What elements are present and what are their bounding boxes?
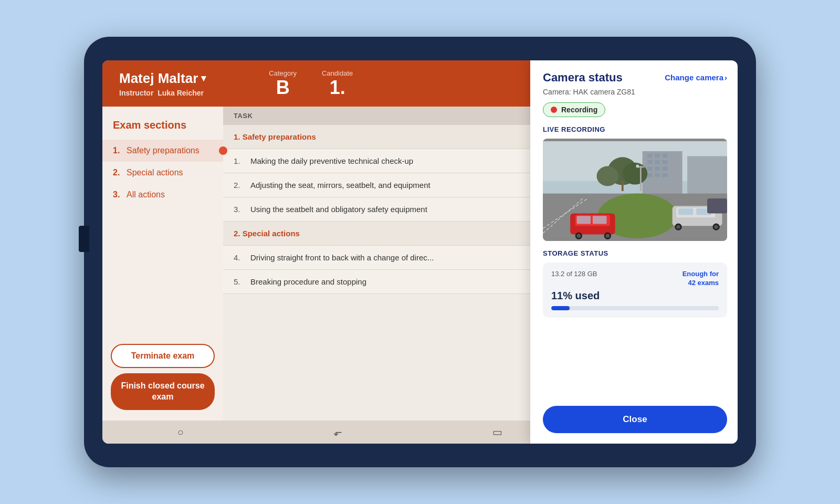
- storage-card: 13.2 of 128 GB Enough for42 exams 11% us…: [543, 262, 727, 318]
- svg-rect-37: [678, 208, 693, 215]
- header-user-info: Matej Maltar ▾ Instructor Luka Reicher: [119, 70, 206, 97]
- svg-rect-8: [663, 160, 667, 164]
- recording-dot-icon: [551, 107, 557, 113]
- task-num: 4.: [234, 253, 248, 262]
- task-text: Using the seatbelt and obligatory safety…: [250, 205, 427, 214]
- terminate-exam-button[interactable]: Terminate exam: [111, 344, 215, 368]
- storage-info-row: 13.2 of 128 GB Enough for42 exams: [551, 270, 719, 288]
- sidebar-item-num-2: 2.: [113, 168, 123, 177]
- sidebar-item-safety[interactable]: 1. Safety preparations: [102, 140, 223, 162]
- svg-point-42: [714, 225, 718, 229]
- svg-point-40: [676, 225, 680, 229]
- tablet-side-button[interactable]: [79, 226, 89, 252]
- svg-rect-3: [647, 154, 652, 158]
- nav-recent-icon[interactable]: ⬐: [333, 426, 342, 438]
- storage-bar-background: [551, 306, 719, 310]
- task-num: 2.: [234, 181, 248, 190]
- category-value: B: [276, 77, 290, 98]
- svg-rect-29: [577, 216, 591, 224]
- close-camera-panel-button[interactable]: Close: [543, 406, 727, 421]
- svg-rect-5: [663, 154, 667, 158]
- recording-status: Recording: [561, 107, 597, 114]
- svg-rect-19: [622, 181, 624, 191]
- instructor-name: Luka Reicher: [158, 89, 204, 97]
- instructor-info: Instructor Luka Reicher: [119, 89, 206, 97]
- tablet-frame: Matej Maltar ▾ Instructor Luka Reicher C…: [84, 37, 756, 467]
- main-content: Exam sections 1. Safety preparations 2. …: [102, 107, 738, 421]
- task-text: Making the daily preventive technical ch…: [250, 156, 413, 165]
- svg-rect-20: [640, 166, 642, 191]
- storage-bar-fill: [551, 306, 570, 310]
- sidebar-item-num-1: 1.: [113, 146, 123, 155]
- storage-gb-text: 13.2 of 128 GB: [551, 270, 597, 278]
- sidebar-item-all[interactable]: 3. All actions: [102, 184, 223, 206]
- candidate-field: Candidate 1.: [322, 69, 353, 98]
- sidebar-active-dot: [219, 146, 227, 155]
- task-num: 5.: [234, 277, 248, 286]
- svg-rect-6: [647, 160, 652, 164]
- sidebar-item-label-1: Safety preparations: [127, 146, 200, 155]
- svg-rect-30: [593, 216, 607, 224]
- svg-rect-9: [647, 166, 652, 171]
- svg-rect-13: [655, 173, 659, 177]
- live-recording-label: LIVE RECORDING: [543, 125, 727, 133]
- camera-feed-svg: [543, 139, 727, 241]
- svg-rect-10: [655, 166, 659, 171]
- task-text: Adjusting the seat, mirrors, seatbelt, a…: [250, 181, 430, 190]
- task-num: 1.: [234, 156, 248, 165]
- category-label: Category: [269, 69, 297, 77]
- sidebar-bottom-actions: Terminate exam Finish closed course exam: [102, 335, 223, 421]
- driver-name: Matej Maltar: [119, 70, 198, 87]
- svg-point-34: [606, 234, 610, 238]
- svg-point-22: [636, 165, 639, 168]
- sidebar-item-num-3: 3.: [113, 190, 123, 200]
- tablet-screen: Matej Maltar ▾ Instructor Luka Reicher C…: [102, 60, 738, 444]
- sidebar-item-label-2: Special actions: [127, 168, 183, 177]
- svg-rect-14: [663, 173, 667, 177]
- nav-screen-icon[interactable]: ▭: [492, 426, 502, 438]
- svg-rect-12: [647, 173, 652, 177]
- camera-live-feed: [543, 139, 727, 241]
- sidebar: Exam sections 1. Safety preparations 2. …: [102, 107, 223, 421]
- storage-status-label: STORAGE STATUS: [543, 249, 727, 257]
- sidebar-item-label-3: All actions: [127, 190, 165, 200]
- finish-exam-button[interactable]: Finish closed course exam: [111, 373, 215, 410]
- dropdown-icon[interactable]: ▾: [201, 72, 206, 84]
- task-num: 3.: [234, 205, 248, 214]
- storage-enough-text: Enough for42 exams: [682, 270, 719, 288]
- task-text: Breaking procedure and stopping: [250, 277, 366, 286]
- category-field: Category B: [269, 69, 297, 98]
- sidebar-item-special[interactable]: 2. Special actions: [102, 162, 223, 184]
- recording-badge: Recording: [543, 107, 605, 117]
- svg-rect-43: [707, 198, 727, 213]
- svg-point-32: [577, 234, 581, 238]
- svg-point-17: [623, 163, 647, 185]
- svg-rect-7: [655, 160, 659, 164]
- task-text: Driving straight front to back with a ch…: [250, 253, 434, 262]
- storage-pct: 11% used: [551, 290, 719, 302]
- candidate-value: 1.: [330, 77, 345, 98]
- svg-rect-11: [663, 166, 667, 171]
- candidate-label: Candidate: [322, 69, 353, 77]
- instructor-label: Instructor: [119, 89, 153, 97]
- svg-rect-4: [655, 154, 659, 158]
- sidebar-title: Exam sections: [102, 119, 223, 140]
- svg-point-18: [596, 166, 618, 186]
- nav-home-icon[interactable]: ○: [177, 426, 184, 438]
- camera-panel: Camera status Change camera › Camera: HA…: [530, 107, 738, 421]
- header-meta: Category B Candidate 1.: [269, 69, 353, 98]
- driver-name-container[interactable]: Matej Maltar ▾: [119, 70, 206, 87]
